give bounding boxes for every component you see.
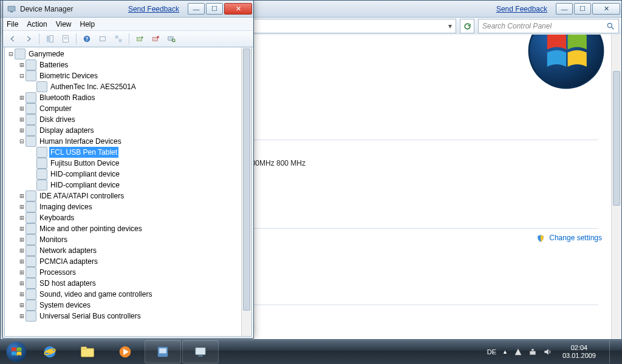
expand-icon[interactable]: ⊞ <box>18 289 26 300</box>
taskbar[interactable]: DE ▲ 02:04 03.01.2009 <box>0 340 622 364</box>
expand-icon[interactable]: ⊞ <box>18 201 26 212</box>
change-settings-link[interactable]: Change settings <box>536 234 602 243</box>
device-icon <box>26 300 36 311</box>
tree-node[interactable]: ⊞Sound, video and game controllers <box>7 289 242 300</box>
tree-node[interactable]: ⊞Display adapters <box>7 125 242 136</box>
system-tray[interactable]: DE ▲ 02:04 03.01.2009 <box>487 340 620 363</box>
expand-icon[interactable]: ⊞ <box>18 256 26 267</box>
send-feedback-link[interactable]: Send Feedback <box>496 5 547 13</box>
uninstall-button[interactable] <box>148 32 163 46</box>
expand-icon[interactable]: ⊞ <box>18 92 26 103</box>
tree-node[interactable]: ⊟Biometric Devices <box>7 70 242 81</box>
network-icon[interactable] <box>528 348 537 356</box>
expand-icon[interactable]: ⊞ <box>18 103 26 114</box>
tree-node[interactable]: ⊞PCMCIA adapters <box>7 256 242 267</box>
device-tree[interactable]: ⊟Ganymede⊞Batteries⊟Biometric DevicesAut… <box>5 47 242 336</box>
expand-icon[interactable]: ⊞ <box>18 300 26 311</box>
expand-icon[interactable]: ⊞ <box>18 234 26 245</box>
refresh-button[interactable] <box>460 19 474 33</box>
minimize-button[interactable]: — <box>188 3 205 15</box>
tree-node[interactable]: ⊞Bluetooth Radios <box>7 92 242 103</box>
tree-node[interactable]: ⊟Ganymede <box>7 49 242 59</box>
dropdown-icon[interactable]: ▾ <box>448 22 452 30</box>
tree-node[interactable]: ⊞Mice and other pointing devices <box>7 223 242 234</box>
properties-button[interactable] <box>58 32 73 46</box>
tree-node[interactable]: ⊟Human Interface Devices <box>7 136 242 147</box>
dm-titlebar[interactable]: Device Manager Send Feedback — ☐ ✕ <box>3 1 253 18</box>
tree-node[interactable]: ⊞Processors <box>7 267 242 278</box>
tree-node[interactable]: Fujitsu Button Device <box>7 158 242 169</box>
expand-icon[interactable]: ⊞ <box>18 59 26 70</box>
tree-node[interactable]: ⊞Universal Serial Bus controllers <box>7 311 242 322</box>
expand-icon[interactable]: ⊞ <box>18 190 26 201</box>
taskbar-app-ie[interactable] <box>32 340 68 363</box>
tray-chevron-icon[interactable]: ▲ <box>502 349 508 355</box>
maximize-button[interactable]: ☐ <box>574 3 591 15</box>
toolbar-button[interactable] <box>111 32 126 46</box>
taskbar-app-running-2[interactable] <box>182 340 219 363</box>
tree-node[interactable]: ⊞SD host adapters <box>7 278 242 289</box>
scrollbar-thumb[interactable] <box>243 49 250 311</box>
menubar[interactable]: FileActionViewHelp <box>3 18 253 31</box>
expand-icon[interactable]: ⊞ <box>18 267 26 278</box>
tree-node[interactable]: ⊞Batteries <box>7 59 242 70</box>
expand-icon[interactable]: ⊞ <box>18 212 26 223</box>
tree-node[interactable]: ⊞Network adapters <box>7 245 242 256</box>
expand-icon[interactable]: ⊞ <box>18 278 26 289</box>
minimize-button[interactable]: — <box>556 3 573 15</box>
scrollbar[interactable] <box>241 47 251 336</box>
shield-icon <box>536 234 545 243</box>
language-indicator[interactable]: DE <box>487 348 496 356</box>
back-button[interactable] <box>5 32 20 46</box>
expand-icon[interactable]: ⊞ <box>18 223 26 234</box>
menu-help[interactable]: Help <box>80 20 95 29</box>
show-hide-tree-button[interactable] <box>43 32 57 46</box>
update-driver-button[interactable] <box>132 32 147 46</box>
tree-node[interactable]: ⊞Keyboards <box>7 212 242 223</box>
svg-rect-8 <box>50 36 53 42</box>
menu-file[interactable]: File <box>7 20 18 29</box>
search-input[interactable]: Search Control Panel <box>478 19 619 33</box>
collapse-icon[interactable]: ⊟ <box>18 136 26 147</box>
maximize-button[interactable]: ☐ <box>206 3 223 15</box>
tree-node[interactable]: ⊞Computer <box>7 103 242 114</box>
forward-button[interactable] <box>21 32 36 46</box>
tree-node[interactable]: ⊞System devices <box>7 300 242 311</box>
tree-node[interactable]: HID-compliant device <box>7 180 242 190</box>
tree-node[interactable]: FCL USB Pen Tablet <box>7 147 242 158</box>
expand-icon[interactable]: ⊞ <box>18 125 26 136</box>
expand-icon[interactable]: ⊞ <box>18 311 26 322</box>
close-button[interactable]: ✕ <box>224 3 252 15</box>
collapse-icon[interactable]: ⊟ <box>7 49 15 59</box>
volume-icon[interactable] <box>543 348 552 356</box>
taskbar-clock[interactable]: 02:04 03.01.2009 <box>558 344 601 360</box>
show-desktop-button[interactable] <box>609 340 618 363</box>
start-button[interactable] <box>2 341 30 363</box>
tree-node[interactable]: AuthenTec Inc. AES2501A <box>7 81 242 92</box>
scrollbar[interactable] <box>611 35 621 339</box>
tree-node[interactable]: HID-compliant device <box>7 169 242 180</box>
tree-node[interactable]: ⊞Disk drives <box>7 114 242 125</box>
menu-view[interactable]: View <box>56 20 72 29</box>
tree-node-label: Keyboards <box>38 212 75 223</box>
tree-node[interactable]: ⊞IDE ATA/ATAPI controllers <box>7 190 242 201</box>
scrollbar-thumb[interactable] <box>613 71 620 206</box>
toolbar-button[interactable] <box>95 32 110 46</box>
taskbar-app-explorer[interactable] <box>69 340 106 363</box>
expand-icon[interactable]: ⊞ <box>18 114 26 125</box>
device-icon <box>26 234 36 245</box>
expand-icon[interactable]: ⊞ <box>18 245 26 256</box>
scan-hardware-button[interactable] <box>164 32 179 46</box>
action-center-icon[interactable] <box>514 348 522 356</box>
taskbar-app-running-1[interactable] <box>145 340 181 363</box>
tree-node[interactable]: ⊞Imaging devices <box>7 201 242 212</box>
menu-action[interactable]: Action <box>27 20 47 29</box>
help-button[interactable]: ? <box>80 32 94 46</box>
collapse-icon[interactable]: ⊟ <box>18 70 26 81</box>
tree-node-label: Fujitsu Button Device <box>49 158 120 169</box>
tree-node[interactable]: ⊞Monitors <box>7 234 242 245</box>
taskbar-app-mediaplayer[interactable] <box>107 340 143 363</box>
send-feedback-link[interactable]: Send Feedback <box>128 5 179 13</box>
close-button[interactable]: ✕ <box>592 3 620 15</box>
device-icon <box>26 190 36 201</box>
